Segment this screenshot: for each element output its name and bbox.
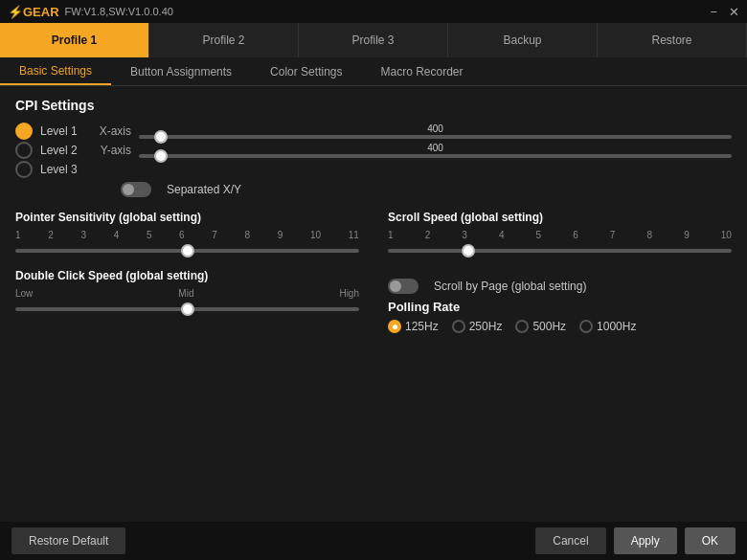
y-axis-slider[interactable] [139, 154, 732, 158]
minimize-button[interactable]: − [710, 5, 717, 19]
polling-500hz[interactable]: 500Hz [515, 320, 566, 333]
tab-basic-settings[interactable]: Basic Settings [0, 57, 111, 85]
x-axis-slider-col: 400 [139, 123, 732, 139]
profile-tab-1[interactable]: Profile 1 [0, 23, 149, 57]
close-button[interactable]: ✕ [729, 5, 739, 19]
profile-tab-backup[interactable]: Backup [448, 23, 598, 57]
radio-1000hz-circle [579, 320, 593, 333]
restore-default-button[interactable]: Restore Default [11, 527, 125, 554]
settings-grid: Pointer Sensitivity (global setting) 123… [15, 211, 732, 333]
profile-tab-3[interactable]: Profile 3 [299, 23, 448, 57]
scroll-by-page-knob [390, 280, 401, 292]
radio-1000hz-label: 1000Hz [597, 320, 636, 333]
cancel-button[interactable]: Cancel [535, 527, 605, 554]
level-2-label: Level 2 [40, 144, 88, 157]
sub-tabs: Basic Settings Button Assignments Color … [0, 57, 747, 86]
separated-xy-label: Separated X/Y [167, 183, 241, 196]
title-bar: ⚡GEAR FW:V1.8,SW:V1.0.0.40 − ✕ [0, 0, 747, 23]
ok-button[interactable]: OK [685, 527, 736, 554]
left-column: Pointer Sensitivity (global setting) 123… [15, 211, 359, 333]
radio-500hz-circle [515, 320, 529, 333]
tab-color-settings[interactable]: Color Settings [251, 57, 361, 85]
pointer-sensitivity-slider[interactable] [15, 249, 359, 253]
radio-250hz-label: 250Hz [469, 320, 503, 333]
cpi-section: CPI Settings Level 1 X-axis 400 Level 2 … [15, 98, 732, 197]
profile-tab-2[interactable]: Profile 2 [149, 23, 299, 57]
title-bar-left: ⚡GEAR FW:V1.8,SW:V1.0.0.40 [8, 5, 173, 19]
x-axis-slider[interactable] [139, 135, 732, 139]
radio-125hz-circle [388, 320, 401, 333]
level-3-indicator[interactable] [15, 161, 33, 178]
pointer-sensitivity-numbers: 1234567891011 [15, 230, 359, 240]
scroll-by-page-row: Scroll by Page (global setting) [388, 279, 732, 294]
separated-toggle[interactable] [121, 182, 151, 197]
main-content: CPI Settings Level 1 X-axis 400 Level 2 … [0, 86, 747, 345]
title-bar-controls[interactable]: − ✕ [710, 5, 739, 19]
bottom-bar: Restore Default Cancel Apply OK [0, 522, 747, 560]
version-text: FW:V1.8,SW:V1.0.0.40 [65, 6, 173, 17]
separated-toggle-knob [123, 184, 134, 195]
radio-125hz-label: 125Hz [405, 320, 439, 333]
tab-button-assignments[interactable]: Button Assignments [111, 57, 251, 85]
scroll-speed-numbers: 12345678910 [388, 230, 732, 240]
right-column: Scroll Speed (global setting) 1234567891… [388, 211, 732, 333]
polling-250hz[interactable]: 250Hz [452, 320, 503, 333]
level-1-label: Level 1 [40, 124, 88, 138]
radio-250hz-circle [452, 320, 465, 333]
scroll-speed-block: Scroll Speed (global setting) 1234567891… [388, 211, 732, 256]
bottom-right-buttons: Cancel Apply OK [535, 527, 736, 554]
radio-500hz-label: 500Hz [532, 320, 566, 333]
profile-tabs: Profile 1 Profile 2 Profile 3 Backup Res… [0, 23, 747, 57]
level-2-indicator[interactable] [15, 142, 33, 159]
scroll-by-page-label: Scroll by Page (global setting) [434, 280, 586, 293]
polling-125hz[interactable]: 125Hz [388, 320, 439, 333]
pointer-sensitivity-block: Pointer Sensitivity (global setting) 123… [15, 211, 359, 256]
double-click-speed-block: Double Click Speed (global setting) LowM… [15, 269, 359, 314]
profile-tab-restore[interactable]: Restore [598, 23, 747, 57]
apply-button[interactable]: Apply [614, 527, 677, 554]
double-click-title: Double Click Speed (global setting) [15, 269, 359, 282]
scroll-speed-slider[interactable] [388, 249, 732, 253]
level-1-indicator[interactable] [15, 123, 33, 140]
double-click-slider[interactable] [15, 307, 359, 311]
polling-rate-title: Polling Rate [388, 300, 732, 314]
cpi-title: CPI Settings [15, 98, 732, 113]
y-axis-label: Y-axis [88, 144, 131, 157]
cpi-level-3-row: Level 3 [15, 161, 732, 178]
y-axis-slider-col: 400 [139, 143, 732, 158]
level-3-label: Level 3 [40, 163, 88, 176]
polling-rate-block: Polling Rate 125Hz 250Hz 500Hz [388, 300, 732, 333]
x-axis-label: X-axis [88, 124, 131, 138]
tab-macro-recorder[interactable]: Macro Recorder [361, 57, 482, 85]
polling-rate-options: 125Hz 250Hz 500Hz 1000Hz [388, 320, 732, 333]
pointer-sensitivity-title: Pointer Sensitivity (global setting) [15, 211, 359, 224]
scroll-by-page-toggle[interactable] [388, 279, 419, 294]
scroll-speed-title: Scroll Speed (global setting) [388, 211, 732, 224]
cpi-level-2-row: Level 2 Y-axis 400 [15, 142, 732, 159]
app-logo: ⚡GEAR [8, 5, 59, 19]
separated-xy-row: Separated X/Y [121, 182, 732, 197]
cpi-level-1-row: Level 1 X-axis 400 [15, 123, 732, 140]
double-click-labels: LowMidHigh [15, 288, 359, 299]
polling-1000hz[interactable]: 1000Hz [579, 320, 636, 333]
